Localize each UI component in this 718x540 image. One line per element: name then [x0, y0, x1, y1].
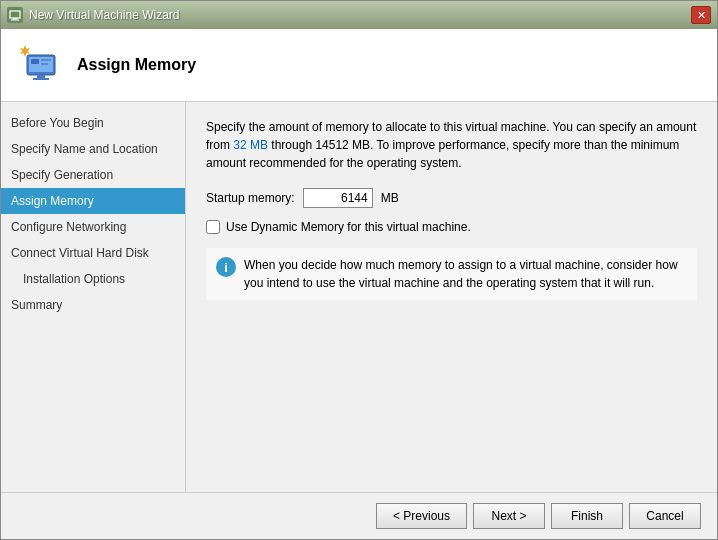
- description: Specify the amount of memory to allocate…: [206, 118, 697, 172]
- sidebar-item-specify-name-location[interactable]: Specify Name and Location: [1, 136, 185, 162]
- sidebar-item-summary[interactable]: Summary: [1, 292, 185, 318]
- startup-memory-label: Startup memory:: [206, 191, 295, 205]
- main-content: Specify the amount of memory to allocate…: [186, 102, 717, 492]
- info-text: When you decide how much memory to assig…: [244, 256, 687, 292]
- next-button[interactable]: Next >: [473, 503, 545, 529]
- startup-memory-row: Startup memory: MB: [206, 188, 697, 208]
- startup-memory-unit: MB: [381, 191, 399, 205]
- previous-button[interactable]: < Previous: [376, 503, 467, 529]
- memory-range-link[interactable]: 32 MB: [233, 138, 268, 152]
- window-title: New Virtual Machine Wizard: [29, 8, 180, 22]
- header-area: Assign Memory: [1, 29, 717, 102]
- info-icon: i: [216, 257, 236, 277]
- dynamic-memory-checkbox[interactable]: [206, 220, 220, 234]
- sidebar-item-specify-generation[interactable]: Specify Generation: [1, 162, 185, 188]
- dynamic-memory-label: Use Dynamic Memory for this virtual mach…: [226, 220, 471, 234]
- close-button[interactable]: ✕: [691, 6, 711, 24]
- title-bar-left: New Virtual Machine Wizard: [7, 7, 180, 23]
- title-bar: New Virtual Machine Wizard ✕: [1, 1, 717, 29]
- footer: < Previous Next > Finish Cancel: [1, 492, 717, 539]
- header-title: Assign Memory: [77, 56, 196, 74]
- svg-rect-10: [41, 63, 48, 65]
- info-box: i When you decide how much memory to ass…: [206, 248, 697, 300]
- svg-rect-0: [10, 11, 20, 18]
- sidebar-item-configure-networking[interactable]: Configure Networking: [1, 214, 185, 240]
- sidebar-item-assign-memory[interactable]: Assign Memory: [1, 188, 185, 214]
- svg-rect-2: [11, 20, 19, 21]
- sidebar-item-connect-virtual-hard-disk[interactable]: Connect Virtual Hard Disk: [1, 240, 185, 266]
- svg-rect-1: [13, 18, 17, 20]
- sidebar-item-installation-options[interactable]: Installation Options: [1, 266, 185, 292]
- sidebar-item-before-you-begin[interactable]: Before You Begin: [1, 110, 185, 136]
- svg-rect-7: [33, 78, 49, 80]
- startup-memory-input[interactable]: [303, 188, 373, 208]
- finish-button[interactable]: Finish: [551, 503, 623, 529]
- wizard-window: New Virtual Machine Wizard ✕: [0, 0, 718, 540]
- top-section: Assign Memory: [1, 29, 717, 102]
- svg-rect-9: [41, 59, 51, 61]
- dynamic-memory-row: Use Dynamic Memory for this virtual mach…: [206, 220, 697, 234]
- content-area: Before You Begin Specify Name and Locati…: [1, 102, 717, 492]
- app-icon: [7, 7, 23, 23]
- wizard-icon: [17, 41, 65, 89]
- svg-rect-6: [37, 75, 45, 78]
- svg-rect-8: [31, 59, 39, 64]
- cancel-button[interactable]: Cancel: [629, 503, 701, 529]
- sidebar: Before You Begin Specify Name and Locati…: [1, 102, 186, 492]
